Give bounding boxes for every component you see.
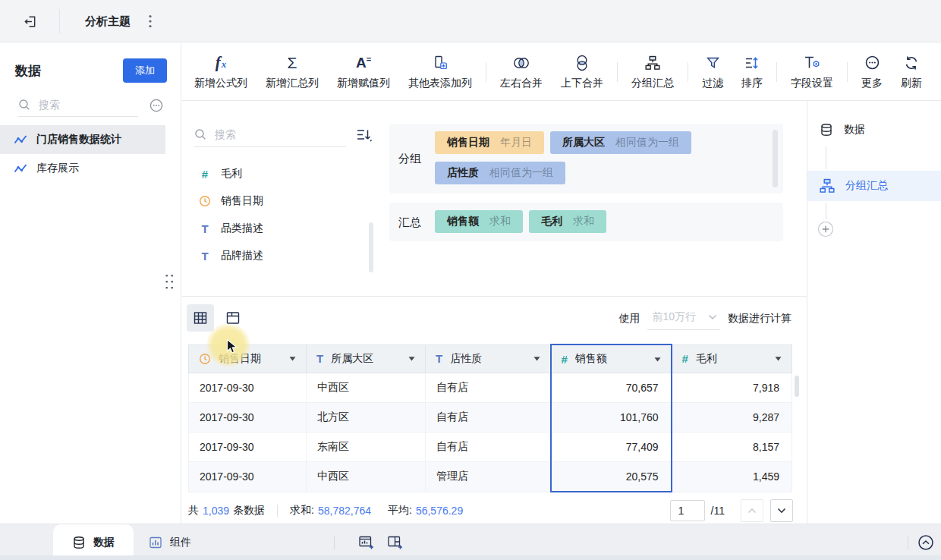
prev-page-button[interactable] bbox=[741, 499, 763, 522]
group-chip[interactable]: 所属大区相同值为一组 bbox=[550, 131, 691, 154]
ellipsis-circle-icon[interactable] bbox=[149, 98, 164, 113]
field-search[interactable] bbox=[194, 122, 346, 147]
usage-setting: 使用 前10万行 数据进行计算 bbox=[618, 307, 792, 330]
bottom-bar: 数据 组件 bbox=[0, 524, 941, 560]
toolbar-add-assign-column[interactable]: A=新增赋值列 bbox=[328, 54, 399, 90]
field-list-scrollbar[interactable] bbox=[369, 222, 373, 272]
left-sidebar: 数据 添加 门店销售数据统计库存展示 bbox=[0, 43, 181, 524]
page-title: 分析主题 bbox=[85, 14, 131, 29]
toolbar: fx新增公式列Σ新增汇总列A=新增赋值列其他表添加列左右合并上下合并分组汇总过滤… bbox=[182, 43, 941, 101]
field-list: #毛利销售日期T品类描述T品牌描述 bbox=[182, 160, 372, 269]
sidebar-search[interactable] bbox=[18, 93, 138, 117]
field-label: 品类描述 bbox=[221, 222, 263, 235]
toolbar-merge-left-right[interactable]: 左右合并 bbox=[491, 54, 552, 90]
database-icon bbox=[820, 123, 833, 137]
panel-drag-handle-icon[interactable] bbox=[165, 273, 175, 291]
field-item-brand-desc[interactable]: T品牌描述 bbox=[182, 242, 372, 269]
group-chip[interactable]: 店性质相同值为一组 bbox=[435, 162, 565, 184]
add-step-button[interactable] bbox=[817, 221, 834, 238]
column-header-sales-amount[interactable]: #销售额 bbox=[551, 344, 672, 373]
flow-rail: 数据 分组汇总 bbox=[807, 101, 941, 524]
column-label: 所属大区 bbox=[331, 352, 373, 366]
summary-chip[interactable]: 销售额求和 bbox=[435, 210, 523, 233]
pagination: /11 bbox=[670, 499, 793, 522]
column-header-region[interactable]: T所属大区 bbox=[307, 344, 426, 373]
data-table: 销售日期T所属大区T店性质#销售额#毛利2017-09-30中西区自有店70,6… bbox=[188, 344, 792, 492]
toolbar-separator bbox=[847, 62, 848, 82]
next-page-button[interactable] bbox=[770, 499, 793, 522]
toolbar-filter[interactable]: 过滤 bbox=[693, 54, 732, 90]
table-row: 2017-09-30中西区自有店70,6577,918 bbox=[189, 373, 792, 403]
line-chart-icon bbox=[14, 163, 27, 174]
toolbar-add-formula-column[interactable]: fx新增公式列 bbox=[185, 54, 256, 90]
chip-rule: 相同值为一组 bbox=[489, 166, 553, 180]
exit-icon[interactable] bbox=[23, 14, 37, 29]
caret-down-icon bbox=[289, 356, 296, 361]
search-icon bbox=[194, 128, 206, 140]
column-label: 店性质 bbox=[450, 352, 482, 366]
table-cell: 2017-09-30 bbox=[189, 403, 307, 433]
toolbar-add-column-from-table[interactable]: 其他表添加列 bbox=[399, 54, 481, 90]
field-search-input[interactable] bbox=[213, 127, 330, 141]
number-icon: # bbox=[199, 168, 211, 180]
sidebar-item-store-sales-stats[interactable]: 门店销售数据统计 bbox=[0, 125, 165, 154]
field-label: 销售日期 bbox=[221, 194, 263, 208]
toolbar-label: 更多 bbox=[861, 77, 883, 90]
toolbar-refresh[interactable]: 刷新 bbox=[892, 54, 931, 90]
add-dashboard-icon[interactable] bbox=[387, 535, 404, 551]
page-input[interactable] bbox=[670, 500, 705, 521]
add-data-button[interactable]: 添加 bbox=[123, 58, 167, 83]
summary-chip[interactable]: 毛利求和 bbox=[529, 210, 606, 233]
table-cell: 北方区 bbox=[307, 403, 426, 433]
table-cell: 东南区 bbox=[307, 433, 426, 462]
table-scrollbar[interactable] bbox=[795, 376, 799, 397]
search-icon bbox=[18, 99, 30, 111]
field-item-profit[interactable]: #毛利 bbox=[182, 160, 372, 187]
kebab-menu-icon[interactable] bbox=[149, 14, 152, 28]
toolbar-group-summary[interactable]: 分组汇总 bbox=[622, 54, 683, 90]
column-header-sale-date[interactable]: 销售日期 bbox=[189, 344, 307, 373]
canvas-edge-strip bbox=[0, 555, 941, 560]
sigma-icon: Σ bbox=[288, 54, 297, 72]
database-icon bbox=[72, 536, 86, 549]
caret-down-icon bbox=[533, 356, 540, 361]
add-chart-icon[interactable] bbox=[358, 535, 375, 551]
group-chip[interactable]: 销售日期年月日 bbox=[435, 131, 544, 154]
fx-icon: fx bbox=[216, 54, 227, 72]
add-column-icon bbox=[433, 54, 448, 72]
tab-components[interactable]: 组件 bbox=[144, 524, 196, 560]
flow-connector bbox=[826, 146, 826, 169]
number-icon: # bbox=[562, 354, 568, 365]
avg-value: 56,576.29 bbox=[416, 505, 463, 517]
toolbar-add-summary-column[interactable]: Σ新增汇总列 bbox=[256, 54, 328, 90]
table-row: 2017-09-30北方区自有店101,7609,287 bbox=[189, 403, 792, 433]
panel-view-button[interactable] bbox=[219, 304, 247, 332]
toolbar-label: 新增公式列 bbox=[194, 77, 247, 90]
flow-step-data[interactable]: 数据 bbox=[807, 115, 941, 145]
toolbar-more[interactable]: 更多 bbox=[852, 54, 892, 90]
grid-view-button[interactable] bbox=[187, 304, 214, 332]
collapse-panel-icon[interactable] bbox=[917, 533, 935, 552]
row-limit-select[interactable]: 前10万行 bbox=[647, 307, 720, 330]
toolbar-label: 上下合并 bbox=[561, 77, 603, 90]
sidebar-item-inventory-display[interactable]: 库存展示 bbox=[0, 154, 165, 183]
toolbar-field-settings[interactable]: 字段设置 bbox=[782, 54, 842, 90]
field-sort-icon[interactable] bbox=[356, 128, 373, 142]
toolbar-label: 过滤 bbox=[702, 77, 723, 90]
column-header-store-type[interactable]: T店性质 bbox=[426, 344, 551, 373]
column-header-profit[interactable]: #毛利 bbox=[672, 344, 792, 373]
sort-icon bbox=[744, 54, 760, 72]
toolbar-separator bbox=[617, 62, 618, 82]
sidebar-search-input[interactable] bbox=[37, 98, 116, 112]
toolbar-merge-top-bottom[interactable]: 上下合并 bbox=[552, 54, 612, 90]
tab-data[interactable]: 数据 bbox=[53, 524, 134, 560]
flow-step-group-summary[interactable]: 分组汇总 bbox=[807, 171, 941, 201]
table-cell: 中西区 bbox=[307, 373, 426, 403]
group-scrollbar[interactable] bbox=[773, 130, 778, 187]
field-item-sale-date[interactable]: 销售日期 bbox=[182, 187, 372, 215]
toolbar-label: 刷新 bbox=[901, 77, 922, 90]
toolbar-sort[interactable]: 排序 bbox=[732, 54, 772, 90]
topbar-divider bbox=[59, 9, 60, 33]
table-cell: 2017-09-30 bbox=[189, 373, 307, 403]
field-item-category-desc[interactable]: T品类描述 bbox=[182, 215, 372, 242]
